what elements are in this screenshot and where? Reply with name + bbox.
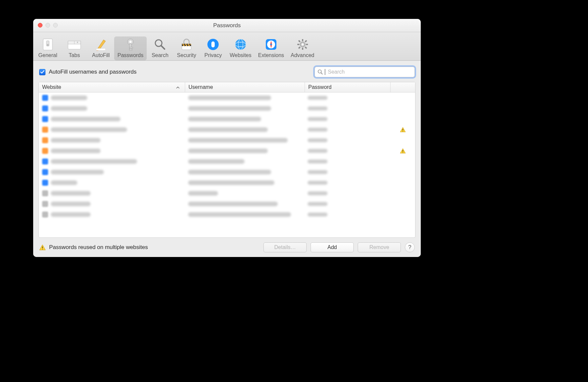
toolbar-label: Privacy: [204, 52, 222, 58]
table-row[interactable]: [39, 209, 415, 220]
cell-password: [304, 159, 391, 163]
table-row[interactable]: [39, 199, 415, 209]
obscured-text: [51, 170, 104, 174]
obscured-text: [188, 159, 245, 164]
cell-website: [39, 180, 185, 186]
obscured-text: [51, 106, 87, 111]
cell-password: [304, 202, 391, 206]
svg-rect-51: [42, 249, 43, 250]
favicon: [42, 190, 48, 196]
titlebar: Passwords: [33, 19, 421, 32]
toolbar-item-passwords[interactable]: Passwords: [114, 36, 147, 60]
cell-password: [304, 138, 391, 142]
table-row[interactable]: [39, 124, 415, 135]
help-button[interactable]: ?: [405, 242, 415, 252]
search-field[interactable]: [315, 67, 415, 77]
favicon: [42, 127, 48, 133]
obscured-text: [308, 149, 328, 153]
toolbar-item-advanced[interactable]: Advanced: [287, 36, 318, 60]
svg-rect-13: [129, 47, 133, 48]
table-row[interactable]: [39, 103, 415, 114]
content-area: AutoFill usernames and passwords Website…: [33, 61, 421, 257]
toolbar-item-tabs[interactable]: + Tabs: [61, 36, 88, 60]
column-header-username[interactable]: Username: [185, 82, 305, 92]
window-controls: [38, 23, 58, 28]
passwords-icon: [124, 38, 137, 51]
preferences-window: Passwords General + Tabs AutoFill: [33, 19, 421, 257]
table-body[interactable]: [39, 93, 415, 237]
table-row[interactable]: [39, 93, 415, 103]
obscured-text: [188, 212, 291, 217]
window-title: Passwords: [213, 22, 241, 29]
toolbar-item-websites[interactable]: Websites: [226, 36, 255, 60]
svg-rect-47: [403, 150, 403, 152]
cell-username: [185, 96, 304, 100]
footer: Passwords reused on multiple websites De…: [33, 238, 421, 257]
svg-rect-50: [42, 246, 43, 248]
cell-username: [185, 180, 304, 185]
toolbar-item-extensions[interactable]: Extensions: [255, 36, 287, 60]
details-button[interactable]: Details…: [263, 242, 307, 252]
cell-password: [304, 170, 391, 174]
extensions-icon: [264, 38, 278, 51]
add-button[interactable]: Add: [311, 242, 354, 252]
svg-rect-14: [129, 49, 132, 50]
table-row[interactable]: [39, 188, 415, 199]
obscured-text: [51, 96, 87, 100]
cell-password: [304, 106, 391, 110]
obscured-text: [188, 180, 274, 185]
cell-username: [185, 106, 304, 111]
sort-ascending-icon: [176, 84, 180, 90]
zoom-window-button[interactable]: [53, 23, 58, 28]
cell-website: [39, 212, 185, 218]
cell-website: [39, 169, 185, 175]
cell-password: [304, 149, 391, 153]
obscured-text: [188, 138, 288, 143]
table-row[interactable]: [39, 156, 415, 167]
svg-point-11: [129, 41, 132, 43]
toolbar-label: Extensions: [258, 52, 284, 58]
table-row[interactable]: [39, 135, 415, 146]
table-row[interactable]: [39, 114, 415, 124]
minimize-window-button[interactable]: [45, 23, 50, 28]
cell-username: [185, 202, 304, 206]
favicon: [42, 95, 48, 101]
cell-website: [39, 148, 185, 154]
favicon: [42, 159, 48, 164]
toolbar-item-search[interactable]: Search: [147, 36, 173, 60]
obscured-text: [308, 128, 328, 132]
column-header-password[interactable]: Password: [305, 82, 391, 92]
svg-point-30: [270, 44, 272, 45]
obscured-text: [51, 202, 91, 206]
column-header-website[interactable]: Website: [39, 82, 185, 92]
autofill-checkbox[interactable]: AutoFill usernames and passwords: [39, 69, 137, 75]
cell-password: [304, 213, 391, 217]
svg-rect-48: [403, 152, 403, 153]
obscured-text: [51, 180, 77, 185]
remove-button[interactable]: Remove: [358, 242, 401, 252]
toolbar-item-security[interactable]: Security: [173, 36, 200, 60]
table-row[interactable]: [39, 177, 415, 188]
obscured-text: [51, 149, 101, 153]
toolbar-item-autofill[interactable]: AutoFill: [88, 36, 114, 60]
cell-username: [185, 117, 304, 121]
obscured-text: [51, 127, 127, 132]
toolbar-label: AutoFill: [92, 52, 110, 58]
autofill-icon: [94, 38, 108, 51]
table-row[interactable]: [39, 146, 415, 156]
cell-username: [185, 149, 304, 153]
cell-website: [39, 190, 185, 196]
search-input[interactable]: [327, 69, 412, 75]
table-header: Website Username Password: [39, 82, 415, 93]
warning-icon: [400, 148, 406, 154]
toolbar-label: Security: [177, 52, 196, 58]
toolbar-item-privacy[interactable]: Privacy: [200, 36, 226, 60]
close-window-button[interactable]: [38, 23, 42, 28]
toolbar-item-general[interactable]: General: [35, 36, 61, 60]
obscured-text: [308, 96, 328, 100]
svg-line-42: [321, 73, 323, 74]
svg-rect-2: [47, 44, 49, 46]
svg-point-40: [301, 43, 304, 46]
cell-warning: [391, 127, 415, 132]
table-row[interactable]: [39, 167, 415, 177]
